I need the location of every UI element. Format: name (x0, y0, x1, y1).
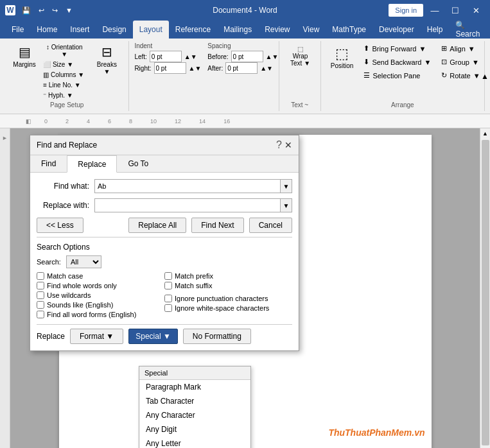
save-button[interactable]: 💾 (19, 5, 33, 16)
size-button[interactable]: ⬜ Size ▼ (40, 60, 89, 69)
match-case-label: Match case (47, 272, 83, 280)
selection-pane-button[interactable]: ☰ Selection Pane (359, 69, 435, 82)
spacing-before-spinner[interactable]: ▲▼ (266, 53, 279, 60)
scroll-up-button[interactable]: ▲ (480, 128, 491, 139)
find-next-button[interactable]: Find Next (191, 218, 243, 233)
right-scrollbar[interactable]: ▲ ▼ (480, 128, 490, 448)
tab-help[interactable]: Help (421, 21, 450, 39)
replace-all-button[interactable]: Replace All (128, 218, 186, 233)
ruler: ◧ 0 2 4 6 8 10 12 14 16 (0, 114, 490, 128)
main-area: ► Bắt đầu nhập văn bản vào đây để tạo tà… (0, 128, 490, 448)
find-all-word-forms-checkbox[interactable] (37, 311, 44, 318)
tab-review[interactable]: Review (258, 21, 296, 39)
rotate-button[interactable]: ↻ Rotate ▼ (437, 69, 484, 82)
special-item-any-character[interactable]: Any Character (139, 408, 250, 422)
tab-insert[interactable]: Insert (64, 21, 96, 39)
signin-button[interactable]: Sign in (389, 4, 423, 17)
ignore-punctuation-checkbox[interactable] (164, 295, 172, 302)
group-button[interactable]: ⊡ Group ▼ (437, 56, 484, 68)
indent-left-spinner[interactable]: ▲▼ (184, 53, 197, 60)
align-button[interactable]: ⊞ Align ▼ (437, 42, 484, 55)
replace-with-input[interactable] (94, 198, 281, 212)
close-button[interactable]: ✕ (467, 1, 485, 19)
tab-design[interactable]: Design (96, 21, 132, 39)
selection-pane-icon: ☰ (363, 71, 370, 80)
position-button[interactable]: ⬚ Position (326, 42, 358, 73)
find-whole-words-checkbox[interactable] (37, 282, 44, 289)
document-title: Document4 - Word (213, 6, 277, 15)
breaks-button[interactable]: ⊟ Breaks ▼ (90, 42, 123, 77)
find-what-input[interactable] (94, 179, 281, 193)
line-numbers-button[interactable]: ≡ Line No. ▼ (40, 80, 89, 90)
columns-button[interactable]: ▥ Columns ▼ (40, 70, 89, 80)
text-group: ⬚ WrapText ▼ Text ~ (279, 41, 321, 111)
tab-find[interactable]: Find (30, 155, 67, 172)
indent-left-input[interactable] (150, 51, 182, 62)
match-prefix-checkbox[interactable] (164, 272, 172, 280)
bring-forward-dropdown[interactable]: ▼ (419, 45, 426, 53)
less-button[interactable]: << Less (37, 218, 83, 233)
minimize-button[interactable]: — (426, 1, 444, 19)
use-wildcards-checkbox[interactable] (37, 291, 44, 299)
indent-right-spinner[interactable]: ▲▼ (189, 65, 202, 72)
align-dropdown[interactable]: ▼ (468, 45, 475, 53)
bring-forward-button[interactable]: ⬆ Bring Forward ▼ (359, 42, 435, 55)
replace-dropdown-button[interactable]: ▼ (281, 198, 292, 212)
tab-view[interactable]: View (297, 21, 326, 39)
spacing-before-input[interactable] (231, 51, 263, 62)
spacing-after-spinner[interactable]: ▲▼ (260, 65, 273, 72)
customize-quick-access[interactable]: ▼ (63, 5, 75, 15)
group-dropdown[interactable]: ▼ (472, 58, 479, 66)
rotate-dropdown[interactable]: ▼ (473, 72, 480, 80)
ignore-whitespace-checkbox[interactable] (164, 304, 172, 312)
tab-file[interactable]: File (5, 21, 30, 39)
undo-button[interactable]: ↩ (36, 5, 47, 16)
tab-home[interactable]: Home (30, 21, 64, 39)
search-all-row: Search: All Up Down (37, 255, 292, 268)
indent-spacing-content: Indent Left: ▲▼ Right: ▲▼ Spacing Before… (134, 42, 278, 107)
ruler-tick-0: 0 (44, 118, 48, 125)
tab-share[interactable]: Share (486, 21, 490, 39)
tab-reference[interactable]: Reference (169, 21, 217, 39)
special-button[interactable]: Special ▼ (128, 329, 178, 344)
no-formatting-button[interactable]: No Formatting (183, 329, 251, 344)
ruler-tick-12: 12 (175, 118, 181, 125)
match-suffix-checkbox[interactable] (164, 282, 172, 289)
special-item-tab-character[interactable]: Tab Character (139, 394, 250, 408)
send-backward-dropdown[interactable]: ▼ (424, 58, 431, 66)
search-dropdown[interactable]: All Up Down (66, 255, 101, 268)
cancel-button[interactable]: Cancel (249, 218, 292, 233)
quick-access-toolbar: 💾 ↩ ↪ ▼ (19, 5, 75, 16)
scroll-thumb[interactable] (482, 140, 489, 445)
format-button[interactable]: Format ▼ (70, 329, 123, 344)
arrange-subgroup: ⬆ Bring Forward ▼ ⬇ Send Backward ▼ ☰ Se… (359, 42, 435, 82)
group-icon: ⊡ (441, 58, 447, 66)
match-suffix-row: Match suffix (164, 282, 292, 289)
tab-goto[interactable]: Go To (117, 155, 159, 172)
special-item-any-letter[interactable]: Any Letter (139, 436, 250, 448)
find-dropdown-button[interactable]: ▼ (281, 179, 292, 193)
tab-layout[interactable]: Layout (133, 21, 169, 39)
special-item-any-digit[interactable]: Any Digit (139, 422, 250, 436)
maximize-button[interactable]: ☐ (446, 1, 464, 19)
sounds-like-checkbox[interactable] (37, 301, 44, 309)
wrap-text-button[interactable]: ⬚ WrapText ▼ (284, 42, 317, 70)
indent-right-input[interactable] (154, 62, 186, 74)
tab-replace[interactable]: Replace (67, 155, 117, 173)
margins-button[interactable]: ▤ Margins (10, 42, 39, 70)
orientation-button[interactable]: ↕ Orientation ▼ (40, 42, 89, 59)
tab-mailings[interactable]: Mailings (217, 21, 258, 39)
dialog-help-button[interactable]: ? (276, 139, 282, 151)
tab-search[interactable]: 🔍 Search (449, 21, 486, 39)
tab-developer[interactable]: Developer (372, 21, 421, 39)
special-item-paragraph-mark[interactable]: Paragraph Mark (139, 380, 250, 394)
send-backward-button[interactable]: ⬇ Send Backward ▼ (359, 56, 435, 68)
dialog-close-button[interactable]: ✕ (284, 139, 292, 151)
redo-button[interactable]: ↪ (49, 5, 60, 16)
spacing-after-input[interactable] (225, 62, 258, 74)
match-case-checkbox[interactable] (37, 272, 44, 280)
search-options: Search Options Search: All Up Down (37, 237, 292, 320)
tab-mathtype[interactable]: MathType (326, 21, 372, 39)
ribbon-collapse-button[interactable]: ▲ (480, 39, 490, 114)
hyphenation-button[interactable]: ⁻ Hyph. ▼ (40, 90, 89, 100)
